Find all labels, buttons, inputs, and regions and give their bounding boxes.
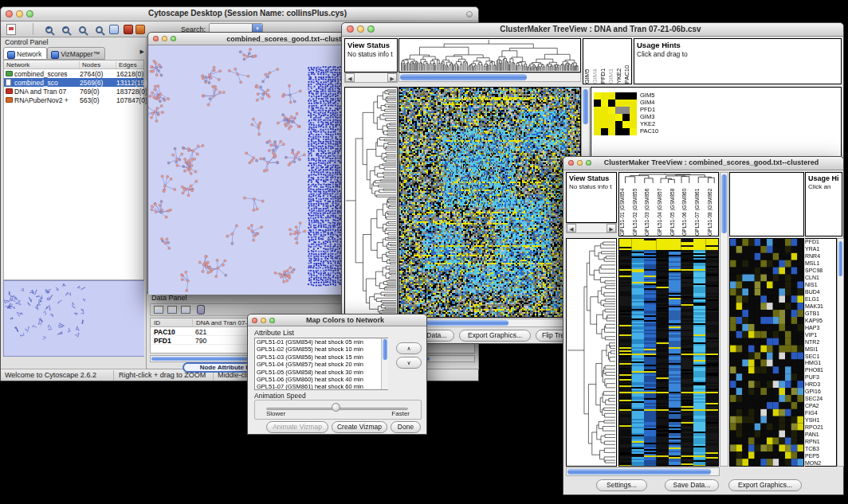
scroll-thumb[interactable] [721,174,727,233]
zoom-button[interactable] [269,318,275,323]
attribute-db-icon[interactable] [197,305,205,315]
scroll-thumb[interactable] [567,469,711,475]
heatmap-canvas[interactable] [619,239,718,466]
settings-button[interactable]: Settings... [596,479,647,491]
toolbar-toggle-button[interactable] [466,11,473,18]
gene-label[interactable]: GTB1 [805,311,836,318]
zoom-button[interactable] [171,36,176,41]
gene-label[interactable]: NIS1 [805,282,836,289]
main-titlebar[interactable]: Cytoscape Desktop (Session Name: collins… [1,7,478,21]
close-button[interactable] [347,25,354,33]
network-row[interactable]: DNA and Tran 07 769(0) 183728(0) [4,87,143,96]
zoom-out-icon[interactable]: − [61,22,69,37]
gene-label[interactable]: PFD1 [805,239,836,246]
zoom-in-icon[interactable]: + [44,22,53,37]
network-table-header[interactable]: Network Nodes Edges [4,61,143,69]
export-graphics-button[interactable]: Export Graphics... [728,479,802,491]
gene-tree-panel[interactable] [344,87,398,318]
gene-label[interactable]: ELG1 [805,296,836,303]
gene-list-vscrollbar[interactable] [837,238,844,467]
gene-dendrogram-canvas[interactable] [345,88,397,317]
gene-label[interactable]: FIG4 [805,410,836,417]
gene-tree-panel[interactable] [566,238,617,467]
import-network-icon[interactable] [6,24,16,35]
tab-overflow-button[interactable]: ▶ [140,49,144,55]
gene-label[interactable]: YRA1 [805,246,836,253]
gene-label[interactable]: YSH1 [805,417,836,424]
attribute-list-item[interactable]: GPL51-03 (GSM856) heat shock 15 min [255,354,387,361]
network-row[interactable]: combined_scores 2764(0) 16218(0) [4,69,143,78]
gene-label[interactable]: VIP1 [805,332,836,339]
gene-label[interactable]: CPA2 [805,403,836,410]
gene-dendrogram-canvas[interactable] [567,239,616,466]
speed-slider-thumb[interactable] [332,403,340,412]
close-button[interactable] [252,318,257,323]
animate-vizmap-button[interactable]: Animate Vizmap [266,421,328,433]
move-up-button[interactable]: ∧ [396,342,422,354]
zoom-button[interactable] [586,160,591,166]
attribute-list-item[interactable]: GPL51-01 (GSM854) heat shock 05 min [255,338,387,346]
control-panel-tab[interactable]: VizMapper™ [47,47,105,60]
gene-label[interactable]: SPC98 [805,268,836,275]
select-attributes-icon[interactable] [154,306,163,314]
minimize-button[interactable] [261,318,266,323]
gene-label[interactable]: CLN1 [805,275,836,282]
gene-label[interactable]: RPO21 [805,424,836,432]
filter-icon[interactable] [135,25,145,34]
vizmapper-icon[interactable] [124,25,133,34]
heatmap-panel[interactable] [618,238,719,467]
array-tree-hscrollbar[interactable] [398,72,581,82]
attribute-list-item[interactable]: GPL51-05 (GSM858) heat shock 30 min [255,369,387,376]
fit-content-icon[interactable] [109,25,119,34]
gene-label[interactable]: BUD4 [805,289,836,296]
heatmap-canvas[interactable] [399,88,580,317]
gene-label[interactable]: PEP5 [805,453,836,460]
attribute-list-item[interactable]: GPL51-02 (GSM855) heat shock 10 min [255,346,387,353]
overview-canvas[interactable] [4,281,144,356]
treeview-dna-titlebar[interactable]: ClusterMaker TreeView : DNA and Tran 07-… [342,23,843,37]
secondary-heatmap-panel[interactable] [729,238,804,467]
control-panel-tab[interactable]: Network [3,47,47,60]
close-button[interactable] [6,10,13,18]
view-status-hscrollbar[interactable]: ◀ ▶ [344,72,398,83]
close-button[interactable] [568,160,574,166]
treeview-combined-titlebar[interactable]: ClusterMaker TreeView : combined_scores_… [563,157,843,170]
col-network[interactable]: Network [4,61,79,68]
gene-label[interactable]: PHO81 [805,367,836,374]
scroll-thumb[interactable] [383,339,387,360]
create-vizmap-button[interactable]: Create Vizmap [332,421,387,433]
gene-label[interactable]: PUF3 [805,374,836,381]
map-colors-titlebar[interactable]: Map Colors to Network [248,315,426,326]
gene-label[interactable]: HAP3 [805,325,836,332]
scroll-thumb[interactable] [583,89,588,124]
gene-label[interactable]: NTR2 [805,339,836,346]
heatmap-hscrollbar[interactable] [566,467,720,476]
gene-label[interactable]: MSI1 [805,346,836,354]
array-tree-panel[interactable] [398,38,581,72]
gene-label[interactable]: RNR4 [805,253,836,260]
export-graphics-button[interactable]: Export Graphics... [459,330,531,342]
gene-label[interactable]: MON2 [805,460,836,467]
array-dendrogram-canvas[interactable] [399,39,580,72]
zoom-selected-icon[interactable] [77,22,86,37]
attribute-list-item[interactable]: GPL51-06 (GSM860) heat shock 40 min [255,376,387,383]
attribute-list-item[interactable]: GPL51-04 (GSM857) heat shock 20 min [255,361,387,368]
minimize-button[interactable] [357,25,364,33]
scroll-thumb[interactable] [400,74,527,80]
gene-label[interactable]: PAN1 [805,432,836,439]
minimize-button[interactable] [162,36,167,41]
attribute-list-vscrollbar[interactable] [381,338,388,389]
save-data-button[interactable]: Save Data... [665,479,719,491]
array-dendrogram-canvas[interactable] [619,173,718,184]
create-attribute-icon[interactable] [167,306,177,314]
col-nodes[interactable]: Nodes [79,61,116,68]
network-row[interactable]: combined_sco 2569(6) 13112(15) [4,78,143,87]
close-button[interactable] [153,36,159,41]
network-overview-panel[interactable] [3,280,144,357]
gene-label[interactable]: MAK31 [805,303,836,311]
scroll-left-icon[interactable]: ◀ [567,224,576,232]
gene-label[interactable]: KAP95 [805,318,836,325]
col-id[interactable]: ID [151,319,192,326]
gene-label[interactable]: HMG1 [805,360,836,367]
gene-label[interactable]: SEC24 [805,396,836,403]
